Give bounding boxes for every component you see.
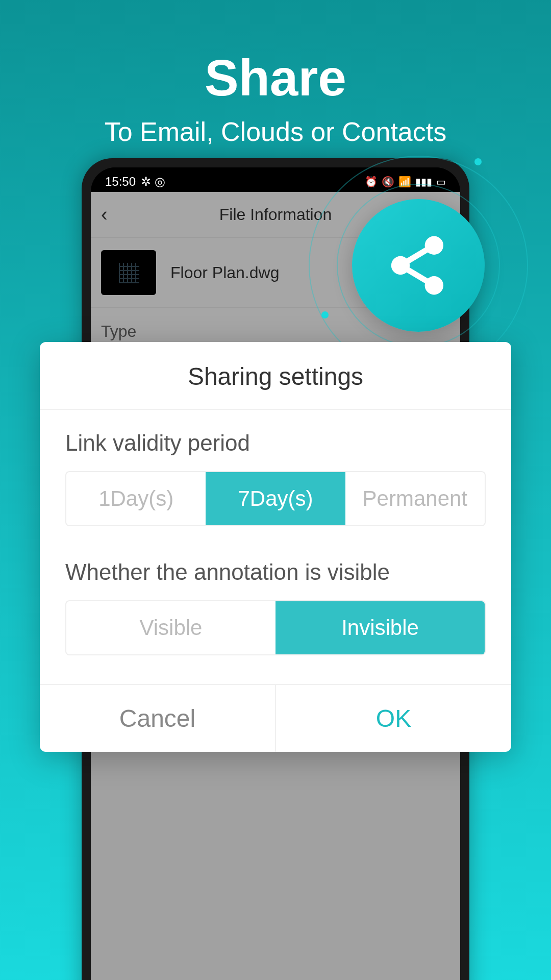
share-icon bbox=[383, 230, 454, 301]
validity-option-7day[interactable]: 7Day(s) bbox=[206, 472, 345, 525]
annotation-segment: Visible Invisible bbox=[65, 600, 486, 655]
annotation-option-visible[interactable]: Visible bbox=[66, 601, 276, 654]
hero-title: Share bbox=[0, 0, 551, 107]
svg-line-4 bbox=[400, 265, 434, 285]
orbit-dot bbox=[321, 311, 329, 318]
validity-option-1day[interactable]: 1Day(s) bbox=[66, 472, 206, 525]
modal-title: Sharing settings bbox=[40, 342, 511, 410]
validity-label: Link validity period bbox=[65, 430, 486, 456]
modal-footer: Cancel OK bbox=[40, 684, 511, 752]
orbit-dot bbox=[474, 158, 482, 165]
annotation-label: Whether the annotation is visible bbox=[65, 559, 486, 585]
annotation-option-invisible[interactable]: Invisible bbox=[276, 601, 485, 654]
status-icon-misc: ✲ ◎ bbox=[141, 175, 165, 189]
cancel-button[interactable]: Cancel bbox=[40, 685, 276, 752]
ok-button[interactable]: OK bbox=[276, 685, 511, 752]
share-orbit bbox=[347, 194, 490, 337]
hero-subtitle: To Email, Clouds or Contacts bbox=[0, 116, 551, 147]
sharing-settings-modal: Sharing settings Link validity period 1D… bbox=[40, 342, 511, 752]
share-button[interactable] bbox=[352, 199, 485, 332]
status-time: 15:50 bbox=[105, 175, 136, 189]
svg-line-3 bbox=[400, 246, 434, 265]
validity-segment: 1Day(s) 7Day(s) Permanent bbox=[65, 471, 486, 526]
validity-option-permanent[interactable]: Permanent bbox=[345, 472, 485, 525]
